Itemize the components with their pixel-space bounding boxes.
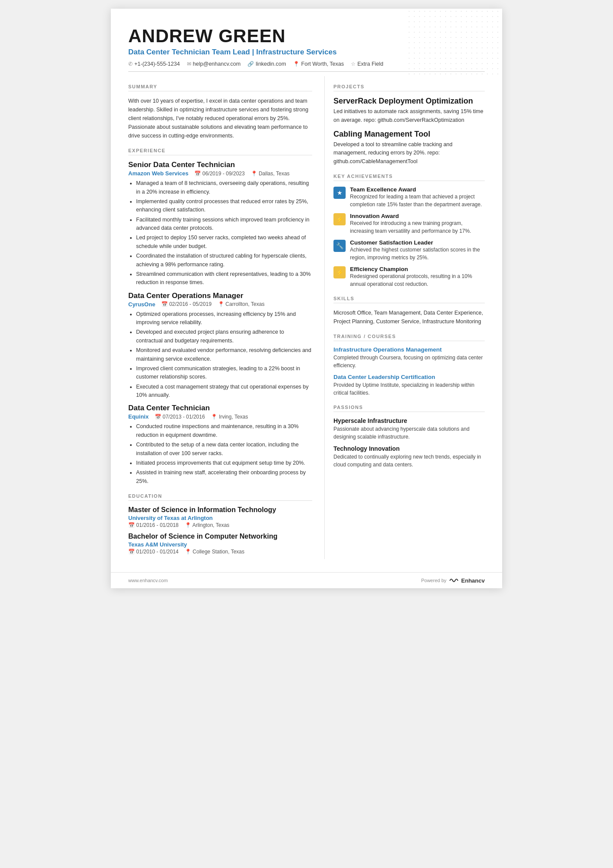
achievement-item-3: ⚡ Efficiency Champion Redesigned operati… [333, 266, 485, 288]
project-desc-1: Developed a tool to streamline cable tra… [333, 141, 485, 166]
bullet-item: Contributed to the setup of a new data c… [136, 441, 312, 458]
achievement-title-0: Team Excellence Award [350, 186, 485, 193]
achievement-icon-wrench: 🔧 [333, 240, 346, 252]
job-title-0: Senior Data Center Technician [128, 161, 312, 169]
training-item-1: Data Center Leadership Certification Pro… [333, 374, 485, 397]
achievement-title-2: Customer Satisfaction Leader [350, 239, 485, 246]
achievement-icon-bolt-0: ⚡ [333, 213, 346, 225]
achievement-content-1: Innovation Award Received for introducin… [350, 213, 485, 235]
job-item-0: Senior Data Center Technician Amazon Web… [128, 161, 312, 287]
email-value: help@enhancv.com [193, 61, 241, 67]
pin-icon-2: 📍 [211, 414, 217, 420]
job-title-2: Data Center Technician [128, 404, 312, 412]
passion-title-1: Technology Innovation [333, 445, 485, 452]
footer-bar: www.enhancv.com Powered by Enhancv [111, 572, 502, 588]
company-0: Amazon Web Services [128, 170, 188, 177]
location-value: Fort Worth, Texas [301, 61, 344, 67]
contact-extra: ☆ Extra Field [351, 61, 383, 67]
achievement-icon-star: ★ [333, 187, 346, 199]
bullet-item: Managed a team of 8 technicians, oversee… [136, 179, 312, 196]
edu-school-1: Texas A&M University [128, 541, 312, 548]
bullet-item: Streamlined communication with client re… [136, 270, 312, 287]
summary-label: SUMMARY [128, 84, 312, 91]
job-meta-0: Amazon Web Services 📅 06/2019 - 09/2023 … [128, 170, 312, 177]
contact-email: ✉ help@enhancv.com [187, 61, 241, 67]
achievement-item-1: ⚡ Innovation Award Received for introduc… [333, 213, 485, 235]
link-icon: 🔗 [247, 61, 254, 67]
training-item-0: Infrastructure Operations Management Com… [333, 346, 485, 369]
job-location-0: 📍 Dallas, Texas [251, 171, 290, 177]
candidate-title: Data Center Technician Team Lead | Infra… [128, 48, 485, 57]
pin-icon-1: 📍 [218, 301, 224, 307]
passion-item-1: Technology Innovation Dedicated to conti… [333, 445, 485, 469]
job-meta-1: CyrusOne 📅 02/2016 - 05/2019 📍 Carrollto… [128, 301, 312, 308]
brand-name: Enhancv [461, 577, 485, 584]
resume-container: ANDREW GREEN Data Center Technician Team… [111, 9, 502, 588]
achievement-content-3: Efficiency Champion Redesigned operation… [350, 266, 485, 288]
achievement-title-1: Innovation Award [350, 213, 485, 219]
project-item-0: ServerRack Deployment Optimization Led i… [333, 97, 485, 124]
right-column: PROJECTS ServerRack Deployment Optimizat… [324, 76, 485, 559]
email-icon: ✉ [187, 61, 191, 67]
job-bullets-1: Optimized operations processes, increasi… [128, 310, 312, 400]
contact-phone: ✆ +1-(234)-555-1234 [128, 61, 180, 67]
achievement-desc-2: Achieved the highest customer satisfacti… [350, 246, 485, 261]
bullet-item: Initiated process improvements that cut … [136, 459, 312, 467]
contact-location: 📍 Fort Worth, Texas [293, 61, 344, 67]
calendar-icon-1: 📅 [161, 301, 168, 307]
website-value: linkedin.com [256, 61, 286, 67]
edu-date-0: 📅 01/2016 - 01/2018 [128, 522, 179, 528]
edu-location-0: 📍 Arlington, Texas [185, 522, 230, 528]
projects-label: PROJECTS [333, 84, 485, 91]
skills-label: SKILLS [333, 296, 485, 303]
bullet-item: Led project to deploy 150 server racks, … [136, 234, 312, 251]
calendar-icon-0: 📅 [194, 171, 201, 177]
job-item-2: Data Center Technician Equinix 📅 07/2013… [128, 404, 312, 486]
summary-text: With over 10 years of expertise, I excel… [128, 97, 312, 140]
achievement-item-0: ★ Team Excellence Award Recognized for l… [333, 186, 485, 208]
edu-date-1: 📅 01/2010 - 01/2014 [128, 549, 179, 555]
passion-desc-1: Dedicated to continually exploring new t… [333, 453, 485, 469]
enhancv-logo-icon [449, 577, 459, 584]
bullet-item: Facilitated monthly training sessions wh… [136, 216, 312, 233]
header-section: ANDREW GREEN Data Center Technician Team… [128, 26, 485, 72]
job-title-1: Data Center Operations Manager [128, 292, 312, 300]
project-item-1: Cabling Management Tool Developed a tool… [333, 130, 485, 166]
project-title-0: ServerRack Deployment Optimization [333, 97, 485, 106]
calendar-icon-2: 📅 [155, 414, 161, 420]
phone-value: +1-(234)-555-1234 [134, 61, 180, 67]
achievements-label: KEY ACHIEVEMENTS [333, 174, 485, 181]
bullet-item: Improved client communication strategies… [136, 365, 312, 382]
edu-school-0: University of Texas at Arlington [128, 515, 312, 521]
achievement-content-2: Customer Satisfaction Leader Achieved th… [350, 239, 485, 261]
achievement-desc-3: Redesigned operational protocols, result… [350, 272, 485, 288]
skills-text: Microsoft Office, Team Management, Data … [333, 308, 485, 326]
company-2: Equinix [128, 413, 149, 420]
star-icon: ☆ [351, 61, 356, 67]
job-meta-2: Equinix 📅 07/2013 - 01/2016 📍 Irving, Te… [128, 413, 312, 420]
achievement-desc-0: Recognized for leading a team that achie… [350, 193, 485, 208]
edu-meta-1: 📅 01/2010 - 01/2014 📍 College Station, T… [128, 549, 312, 555]
project-desc-0: Led initiatives to automate rack assignm… [333, 107, 485, 124]
job-bullets-2: Conducted routine inspections and mainte… [128, 422, 312, 486]
training-desc-0: Completed through Coursera, focusing on … [333, 354, 485, 369]
achievement-content-0: Team Excellence Award Recognized for lea… [350, 186, 485, 208]
footer-brand: Powered by Enhancv [421, 577, 485, 584]
two-column-layout: SUMMARY With over 10 years of expertise,… [128, 76, 485, 559]
bullet-item: Assisted in training new staff, accelera… [136, 469, 312, 486]
achievement-item-2: 🔧 Customer Satisfaction Leader Achieved … [333, 239, 485, 261]
passion-title-0: Hyperscale Infrastructure [333, 417, 485, 424]
training-desc-1: Provided by Uptime Institute, specializi… [333, 381, 485, 397]
project-title-1: Cabling Management Tool [333, 130, 485, 139]
education-label: EDUCATION [128, 493, 312, 501]
bullet-item: Monitored and evaluated vendor performan… [136, 346, 312, 363]
bullet-item: Implemented quality control processes th… [136, 198, 312, 214]
job-location-2: 📍 Irving, Texas [211, 414, 248, 420]
footer-url: www.enhancv.com [128, 578, 168, 583]
job-date-2: 📅 07/2013 - 01/2016 [155, 414, 205, 420]
contact-website: 🔗 linkedin.com [247, 61, 286, 67]
bullet-item: Executed a cost management strategy that… [136, 383, 312, 400]
experience-label: EXPERIENCE [128, 148, 312, 155]
passions-label: PASSIONS [333, 405, 485, 412]
edu-item-0: Master of Science in Information Technol… [128, 506, 312, 528]
